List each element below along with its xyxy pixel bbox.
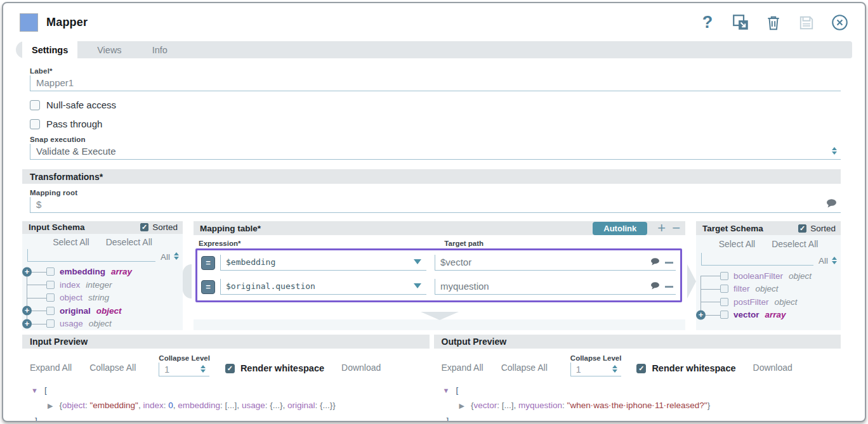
- schema-item-vector[interactable]: + vector array: [696, 309, 841, 322]
- output-collapse-level-input[interactable]: [571, 364, 608, 375]
- collapse-toggle-icon[interactable]: ▼: [443, 387, 450, 394]
- stepper-icon[interactable]: [832, 147, 837, 155]
- expression-dropdown-icon[interactable]: [414, 283, 421, 288]
- close-icon[interactable]: [831, 14, 848, 32]
- comment-bubble-icon[interactable]: [826, 199, 837, 210]
- input-schema-tree: + embedding array index integer object s…: [22, 266, 183, 331]
- input-render-whitespace-checkbox[interactable]: [225, 364, 235, 373]
- input-select-all-link[interactable]: Select All: [53, 237, 89, 247]
- expression-input[interactable]: [221, 281, 411, 292]
- scope-stepper-icon[interactable]: [832, 257, 837, 264]
- input-schema-panel: Input Schema Sorted Select All Deselect …: [22, 221, 183, 330]
- input-deselect-all-link[interactable]: Deselect All: [106, 237, 152, 247]
- input-sorted-checkbox[interactable]: [140, 223, 148, 231]
- autolink-button[interactable]: Autolink: [593, 222, 647, 235]
- comment-bubble-icon[interactable]: [650, 281, 660, 292]
- expand-toggle-icon[interactable]: ▶: [48, 402, 53, 409]
- output-collapse-all-link[interactable]: Collapse All: [501, 363, 548, 373]
- schema-item-checkbox[interactable]: [720, 272, 728, 280]
- target-deselect-all-link[interactable]: Deselect All: [772, 239, 818, 249]
- target-sorted-checkbox[interactable]: [798, 224, 806, 233]
- input-download-link[interactable]: Download: [341, 363, 381, 373]
- expression-column-header: Expression*: [199, 240, 240, 247]
- expand-plus-icon[interactable]: +: [696, 310, 706, 319]
- output-render-whitespace-checkbox[interactable]: [636, 364, 646, 373]
- schema-item-usage[interactable]: + usage object: [22, 318, 183, 331]
- mapper-dialog: Mapper ? SettingsViewsInfo Label*: [2, 2, 866, 422]
- comment-bubble-icon[interactable]: [650, 257, 660, 268]
- pass-through-row: Pass through: [30, 119, 841, 129]
- expression-input[interactable]: [221, 257, 411, 268]
- schema-item-postFilter[interactable]: postFilter object: [696, 295, 841, 309]
- schema-item-checkbox[interactable]: [46, 293, 55, 302]
- right-collapse-handle[interactable]: [685, 221, 696, 330]
- delete-row-icon[interactable]: [665, 286, 673, 288]
- tab-info[interactable]: Info: [141, 41, 178, 58]
- label-input[interactable]: [30, 77, 841, 89]
- expression-field: [220, 255, 426, 271]
- add-row-icon[interactable]: +: [657, 221, 666, 235]
- input-collapse-level-input[interactable]: [159, 364, 197, 375]
- schema-item-embedding[interactable]: + embedding array: [22, 266, 183, 279]
- expand-toggle-icon[interactable]: ▶: [459, 402, 464, 409]
- expression-toggle-button[interactable]: =: [201, 256, 215, 270]
- chevron-down-icon[interactable]: [421, 312, 459, 320]
- collapse-toggle-icon[interactable]: ▼: [31, 387, 38, 394]
- target-schema-search[interactable]: [702, 253, 813, 265]
- input-schema-title: Input Schema: [29, 222, 85, 232]
- schema-item-checkbox[interactable]: [720, 285, 728, 293]
- scope-stepper-icon[interactable]: [174, 252, 179, 260]
- label-caption: Label*: [30, 67, 841, 75]
- expand-plus-icon[interactable]: +: [22, 267, 32, 276]
- snap-execution-select[interactable]: Validate & Execute: [30, 144, 841, 160]
- pass-through-checkbox[interactable]: [30, 119, 40, 129]
- mapping-row: =: [201, 255, 676, 271]
- stepper-icon[interactable]: [201, 365, 206, 373]
- remove-row-icon[interactable]: −: [672, 221, 680, 235]
- delete-row-icon[interactable]: [665, 262, 673, 264]
- output-expand-all-link[interactable]: Expand All: [442, 363, 483, 373]
- target-schema-scope[interactable]: All: [819, 256, 838, 266]
- schema-item-original[interactable]: + original object: [22, 304, 183, 318]
- schema-item-filter[interactable]: filter object: [696, 283, 841, 296]
- schema-item-index[interactable]: index integer: [22, 278, 183, 292]
- tab-settings[interactable]: Settings: [22, 41, 77, 58]
- schema-item-checkbox[interactable]: [46, 267, 55, 276]
- popout-icon[interactable]: [732, 14, 749, 32]
- schema-item-booleanFilter[interactable]: booleanFilter object: [696, 269, 841, 283]
- input-collapse-all-link[interactable]: Collapse All: [89, 363, 136, 373]
- help-icon[interactable]: ?: [699, 14, 716, 32]
- schema-item-checkbox[interactable]: [46, 319, 55, 328]
- target-path-input[interactable]: [435, 257, 648, 269]
- schema-item-object[interactable]: object string: [22, 292, 183, 305]
- delete-icon[interactable]: [765, 14, 782, 32]
- schema-item-checkbox[interactable]: [720, 311, 728, 319]
- input-schema-scope[interactable]: All: [161, 252, 180, 262]
- schema-item-checkbox[interactable]: [720, 298, 728, 306]
- input-expand-all-link[interactable]: Expand All: [30, 363, 72, 373]
- expand-plus-icon[interactable]: +: [22, 306, 32, 316]
- mapping-root-input[interactable]: [30, 199, 826, 211]
- left-collapse-handle[interactable]: [183, 221, 194, 330]
- null-safe-checkbox[interactable]: [30, 100, 40, 110]
- dialog-header: Mapper ?: [3, 3, 865, 34]
- target-select-all-link[interactable]: Select All: [719, 239, 756, 249]
- stepper-icon[interactable]: [612, 365, 617, 373]
- output-render-whitespace-label: Render whitespace: [652, 363, 735, 373]
- tree-connector: [27, 298, 46, 299]
- schema-item-checkbox[interactable]: [46, 281, 55, 289]
- expression-field: [220, 279, 426, 295]
- pass-through-label: Pass through: [46, 119, 102, 129]
- tab-views[interactable]: Views: [86, 41, 132, 58]
- expression-toggle-button[interactable]: =: [201, 280, 215, 294]
- schema-item-checkbox[interactable]: [46, 307, 55, 315]
- target-path-input[interactable]: [435, 281, 648, 293]
- output-collapse-level-caption: Collapse Level: [570, 354, 622, 362]
- expand-plus-icon[interactable]: +: [22, 319, 32, 328]
- expression-dropdown-icon[interactable]: [414, 259, 421, 264]
- input-schema-search[interactable]: [28, 249, 155, 261]
- target-schema-title: Target Schema: [702, 224, 763, 233]
- save-icon[interactable]: [798, 14, 815, 32]
- output-download-link[interactable]: Download: [753, 363, 792, 373]
- mapping-table-header: Mapping table* Autolink + −: [194, 221, 685, 235]
